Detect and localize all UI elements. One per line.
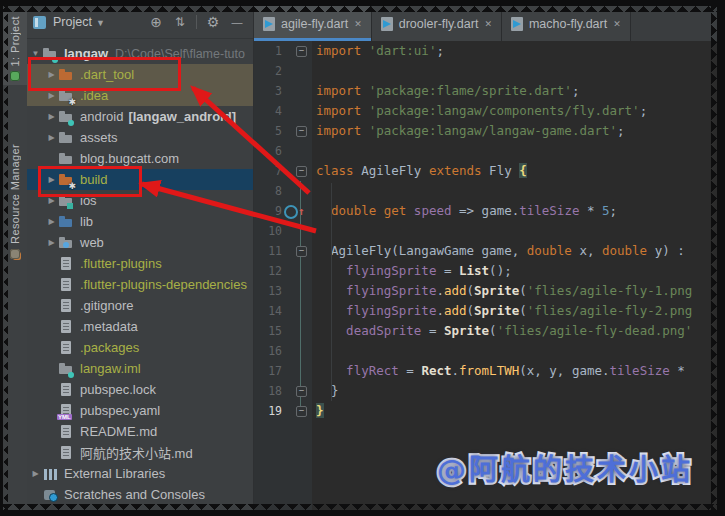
code-line-10: 10 bbox=[254, 221, 717, 241]
tree-item-ios[interactable]: ios bbox=[27, 190, 253, 211]
tree-item-dart-tool[interactable]: .dart_tool bbox=[27, 64, 253, 85]
code-token: ; bbox=[436, 43, 444, 58]
tab-agile-fly-dart[interactable]: agile-fly.dart bbox=[254, 6, 372, 41]
code-editor[interactable]: 1−import 'dart:ui';23import 'package:fla… bbox=[254, 41, 717, 510]
fold-marker-icon[interactable]: − bbox=[296, 166, 307, 177]
expand-arrow-icon[interactable] bbox=[45, 91, 58, 100]
tree-item-blog-bugcatt-com[interactable]: blog.bugcatt.com bbox=[27, 148, 253, 169]
line-number: 3 bbox=[254, 81, 284, 101]
code-token: 'flies/agile-fly-dead.png' bbox=[497, 323, 693, 338]
code-token: 'flies/agile-fly-1.png bbox=[527, 283, 693, 298]
tree-item-module-suffix: [langaw_android] bbox=[128, 109, 236, 124]
expand-arrow-icon[interactable] bbox=[29, 469, 42, 478]
collapse-all-icon[interactable] bbox=[170, 13, 190, 31]
stripe-item-resource-manager[interactable]: Resource Manager bbox=[3, 144, 27, 259]
fold-marker-icon[interactable]: − bbox=[296, 126, 307, 137]
gutter-marker-slot bbox=[284, 141, 312, 161]
code-token: ( bbox=[519, 303, 527, 318]
fold-marker-icon[interactable]: − bbox=[296, 46, 307, 57]
tree-item-label: assets bbox=[80, 130, 118, 145]
tree-item-langaw[interactable]: langawD:\Code\Self\flame-tuto bbox=[27, 43, 253, 64]
close-icon[interactable] bbox=[613, 19, 621, 29]
code-token: speed bbox=[414, 203, 452, 218]
tree-item-label: build bbox=[80, 172, 107, 187]
yaml-file-overlay bbox=[57, 414, 72, 420]
locate-icon[interactable] bbox=[146, 13, 166, 32]
close-icon[interactable] bbox=[354, 19, 362, 29]
fold-marker-icon[interactable]: − bbox=[296, 386, 307, 397]
code-text bbox=[312, 141, 717, 161]
tab-macho-fly-dart[interactable]: macho-fly.dart bbox=[502, 6, 631, 41]
settings-gear-icon[interactable] bbox=[203, 13, 223, 32]
code-token: ( bbox=[467, 283, 475, 298]
stripe-item-project[interactable]: 1: Project bbox=[3, 12, 27, 85]
tree-item-metadata[interactable]: .metadata bbox=[27, 316, 253, 337]
chevron-down-icon[interactable]: ▼ bbox=[96, 18, 105, 28]
code-text: flyingSprite.add(Sprite('flies/agile-fly… bbox=[312, 301, 717, 321]
line-number: 8 bbox=[254, 181, 284, 201]
tree-item-label: .gitignore bbox=[80, 298, 133, 313]
code-token bbox=[361, 43, 369, 58]
fold-marker-icon[interactable]: − bbox=[296, 406, 307, 417]
toolbar-separator bbox=[196, 15, 197, 29]
tree-item-label: 阿航的技术小站.md bbox=[80, 443, 193, 462]
tab-drooler-fly-dart[interactable]: drooler-fly.dart bbox=[372, 6, 502, 41]
expand-arrow-icon[interactable] bbox=[45, 112, 58, 121]
code-text: import 'package:flame/sprite.dart'; bbox=[312, 81, 717, 101]
tree-item-android[interactable]: android[langaw_android] bbox=[27, 106, 253, 127]
tree-item-label: External Libraries bbox=[64, 466, 165, 481]
hide-panel-icon[interactable] bbox=[227, 13, 247, 31]
gutter-marker-slot bbox=[284, 301, 312, 321]
line-number: 1 bbox=[254, 41, 284, 61]
code-token: tileSize bbox=[610, 363, 670, 378]
code-text: import 'package:langaw/langaw-game.dart'… bbox=[312, 121, 717, 141]
code-line-1: 1−import 'dart:ui'; bbox=[254, 41, 717, 61]
tree-item-flutter-plugins-dependencies[interactable]: .flutter-plugins-dependencies bbox=[27, 274, 253, 295]
tree-item-packages[interactable]: .packages bbox=[27, 337, 253, 358]
gutter-marker-slot bbox=[284, 361, 312, 381]
tree-item-build[interactable]: build bbox=[27, 169, 253, 190]
idea-folder-overlay bbox=[68, 97, 76, 107]
code-token: fromLTWH bbox=[459, 363, 519, 378]
tree-item-label: README.md bbox=[80, 424, 157, 439]
gutter-marker-slot: − bbox=[284, 241, 312, 261]
gutter-marker-slot bbox=[284, 61, 312, 81]
fold-marker-icon[interactable]: − bbox=[296, 246, 307, 257]
tree-item-pubspec-lock[interactable]: pubspec.lock bbox=[27, 379, 253, 400]
tree-item-gitignore[interactable]: .gitignore bbox=[27, 295, 253, 316]
file-icon bbox=[58, 340, 74, 356]
tree-item-langaw-iml[interactable]: langaw.iml bbox=[27, 358, 253, 379]
tree-item-md[interactable]: 阿航的技术小站.md bbox=[27, 442, 253, 463]
tree-item-assets[interactable]: assets bbox=[27, 127, 253, 148]
tree-item-lib[interactable]: lib bbox=[27, 211, 253, 232]
close-icon[interactable] bbox=[484, 19, 492, 29]
tree-item-pubspec-yaml[interactable]: pubspec.yaml bbox=[27, 400, 253, 421]
ide-window: 1: Project Resource Manager Project ▼ la… bbox=[0, 0, 725, 516]
expand-arrow-icon[interactable] bbox=[45, 133, 58, 142]
tree-item-readme-md[interactable]: README.md bbox=[27, 421, 253, 442]
tree-item-idea[interactable]: .idea bbox=[27, 85, 253, 106]
code-token: ; bbox=[617, 123, 625, 138]
code-token: Sprite bbox=[474, 303, 519, 318]
code-token: import bbox=[316, 103, 361, 118]
expand-arrow-icon[interactable] bbox=[45, 175, 58, 184]
override-marker-icon[interactable] bbox=[284, 205, 298, 219]
expand-arrow-icon[interactable] bbox=[45, 217, 58, 226]
code-text: flyingSprite.add(Sprite('flies/agile-fly… bbox=[312, 281, 717, 301]
code-token: flyingSprite bbox=[346, 303, 436, 318]
gutter-marker-slot: − bbox=[284, 41, 312, 61]
expand-arrow-icon[interactable] bbox=[45, 70, 58, 79]
tree-item-scratches-and-consoles[interactable]: Scratches and Consoles bbox=[27, 484, 253, 505]
code-line-7: 7−class AgileFly extends Fly { bbox=[254, 161, 717, 181]
expand-arrow-icon[interactable] bbox=[45, 238, 58, 247]
code-token: 'dart:ui' bbox=[369, 43, 437, 58]
flutter-folder-overlay bbox=[68, 120, 74, 126]
expand-arrow-icon[interactable] bbox=[29, 49, 42, 58]
flutter-folder-icon bbox=[42, 46, 58, 62]
web-folder-icon bbox=[58, 235, 74, 251]
tree-item-flutter-plugins[interactable]: .flutter-plugins bbox=[27, 253, 253, 274]
tree-item-web[interactable]: web bbox=[27, 232, 253, 253]
code-line-5: 5−import 'package:langaw/langaw-game.dar… bbox=[254, 121, 717, 141]
expand-arrow-icon[interactable] bbox=[45, 196, 58, 205]
tree-item-external-libraries[interactable]: External Libraries bbox=[27, 463, 253, 484]
